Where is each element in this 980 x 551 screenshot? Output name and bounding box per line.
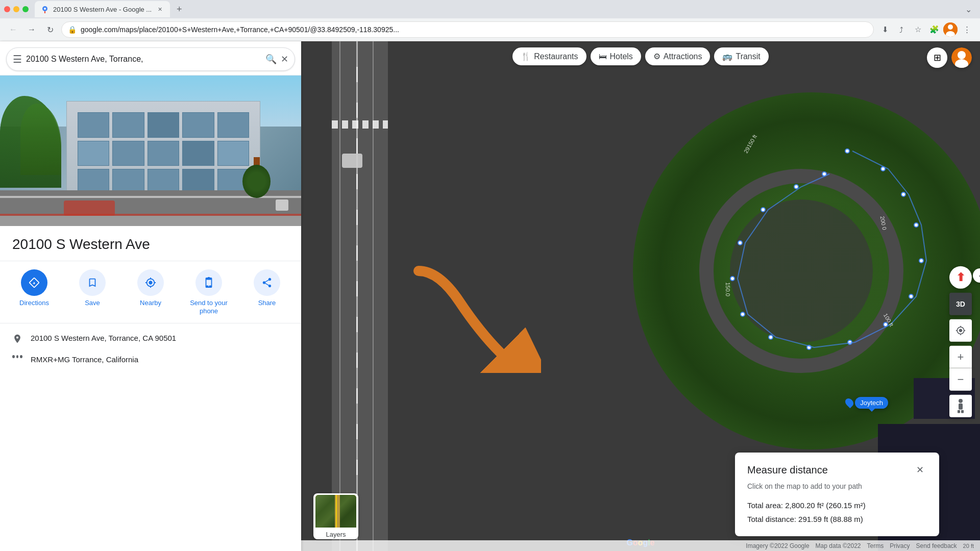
svg-rect-11	[959, 404, 963, 410]
total-area-label: Total area:	[747, 501, 783, 510]
new-tab-button[interactable]: +	[172, 2, 186, 16]
send-to-phone-button[interactable]: Send to your phone	[181, 269, 237, 315]
total-area-row: Total area: 2,800.20 ft² (260.15 m²)	[747, 498, 927, 512]
active-tab[interactable]: 20100 S Western Ave - Google ... ✕	[35, 1, 170, 17]
compass-arrow-icon: ⬆	[956, 271, 965, 284]
save-button[interactable]: Save	[64, 269, 120, 315]
zoom-out-button[interactable]: −	[949, 368, 972, 391]
share-icon-circle	[254, 269, 280, 296]
3d-button[interactable]: 3D	[949, 293, 972, 315]
window-minimize-button[interactable]	[13, 6, 19, 12]
bookmark-button[interactable]: ☆	[911, 22, 925, 37]
share-button[interactable]: Share	[239, 269, 295, 315]
imagery-credit: Imagery ©2022 Google	[746, 542, 809, 549]
street-view-image[interactable]	[0, 76, 301, 226]
svg-point-10	[959, 399, 963, 403]
hotels-filter-button[interactable]: 🛏 Hotels	[591, 47, 641, 65]
layers-button[interactable]: Layers	[313, 493, 358, 539]
send-to-phone-icon-circle	[195, 269, 222, 296]
svg-rect-12	[958, 410, 960, 413]
reload-button[interactable]: ↻	[43, 22, 57, 37]
privacy-link[interactable]: Privacy	[890, 542, 910, 549]
total-area-value: 2,800.20 ft² (260.15 m²)	[785, 501, 866, 510]
toolbar-actions: ⬇ ⤴ ☆ 🧩 ⋮	[878, 22, 974, 37]
grid-menu-button[interactable]: ⊞	[927, 47, 947, 68]
plus-code-row: RMXR+MG Torrance, California	[0, 349, 301, 370]
tab-favicon	[41, 5, 49, 13]
search-bar[interactable]: ☰ 20100 S Western Ave, Torrance, 🔍 ✕	[6, 47, 295, 71]
measure-popup-close-button[interactable]: ✕	[913, 463, 927, 477]
terms-link[interactable]: Terms	[867, 542, 884, 549]
directions-icon-circle	[21, 269, 47, 296]
location-button[interactable]	[949, 319, 972, 342]
tab-bar: 20100 S Western Ave - Google ... ✕ + ⌄	[0, 0, 980, 18]
map-filter-bar: 🍴 Restaurants 🛏 Hotels ⚙ Attractions 🚌 T…	[301, 47, 980, 65]
back-button[interactable]: ←	[6, 22, 20, 37]
joytech-map-marker[interactable]: Joytech	[855, 397, 888, 409]
svg-point-1	[44, 8, 46, 10]
compass-button[interactable]: ⬆	[949, 266, 972, 289]
tab-title: 20100 S Western Ave - Google ...	[53, 6, 152, 13]
profile-button[interactable]	[943, 22, 958, 37]
address-row: 20100 S Western Ave, Torrance, CA 90501	[0, 328, 301, 349]
zoom-controls: + −	[949, 346, 972, 391]
svg-point-4	[948, 24, 953, 30]
hamburger-menu-icon[interactable]: ☰	[13, 53, 22, 65]
clear-search-button[interactable]: ✕	[281, 54, 288, 65]
address-text: 20100 S Western Ave, Torrance, CA 90501	[31, 333, 176, 343]
transit-filter-label: Transit	[736, 52, 760, 61]
street-view-pegman-button[interactable]	[949, 395, 972, 417]
window-close-button[interactable]	[4, 6, 10, 12]
measure-distance-popup: Measure distance ✕ Click on the map to a…	[735, 453, 939, 536]
forward-button[interactable]: →	[24, 22, 39, 37]
place-info: 20100 S Western Ave	[0, 226, 301, 261]
send-to-phone-label: Send to your phone	[181, 299, 237, 315]
svg-point-8	[958, 51, 966, 59]
plus-code-icon	[12, 355, 22, 365]
map-area[interactable]: 29150 ft 200 0 150.0 100 ft Joytech	[301, 41, 980, 551]
total-distance-row: Total distance: 291.59 ft (88.88 m)	[747, 512, 927, 526]
map-data-credit: Map data ©2022	[816, 542, 861, 549]
transit-filter-button[interactable]: 🚌 Transit	[714, 47, 768, 65]
top-right-controls: ⊞	[927, 47, 972, 68]
total-distance-value: 291.59 ft (88.88 m)	[798, 515, 863, 523]
zoom-in-button[interactable]: +	[949, 346, 972, 368]
hotels-icon: 🛏	[599, 52, 607, 61]
directions-label: Directions	[19, 299, 49, 307]
restaurants-filter-button[interactable]: 🍴 Restaurants	[512, 47, 586, 65]
search-input[interactable]: 20100 S Western Ave, Torrance,	[26, 55, 261, 64]
tab-close-button[interactable]: ✕	[156, 5, 164, 13]
scale-label: 20 ft	[963, 543, 974, 549]
action-buttons-bar: Directions Save Nearby Send to your phon…	[0, 261, 301, 323]
browser-more-button[interactable]: ⋮	[960, 22, 974, 37]
window-maximize-button[interactable]	[22, 6, 29, 12]
hotels-filter-label: Hotels	[610, 52, 633, 61]
svg-rect-13	[961, 410, 964, 413]
layers-thumbnail	[315, 495, 356, 528]
address-section: 20100 S Western Ave, Torrance, CA 90501 …	[0, 323, 301, 374]
place-name: 20100 S Western Ave	[12, 236, 289, 253]
restaurants-icon: 🍴	[521, 52, 531, 61]
satellite-map[interactable]: 29150 ft 200 0 150.0 100 ft Joytech	[301, 41, 980, 551]
user-avatar[interactable]	[951, 47, 972, 68]
nearby-icon-circle	[137, 269, 164, 296]
measure-popup-data: Total area: 2,800.20 ft² (260.15 m²) Tot…	[747, 498, 927, 526]
browser-toolbar: ← → ↻ 🔒 google.com/maps/place/20100+S+We…	[0, 18, 980, 41]
download-button[interactable]: ⬇	[878, 22, 892, 37]
extensions-button[interactable]: 🧩	[927, 22, 941, 37]
search-icon[interactable]: 🔍	[265, 54, 277, 65]
nearby-button[interactable]: Nearby	[122, 269, 179, 315]
share-page-button[interactable]: ⤴	[894, 22, 909, 37]
map-footer: Imagery ©2022 Google Map data ©2022 Term…	[301, 540, 980, 551]
share-label: Share	[258, 299, 276, 307]
plus-code-text: RMXR+MG Torrance, California	[31, 354, 138, 365]
directions-button[interactable]: Directions	[6, 269, 62, 315]
total-distance-label: Total distance:	[747, 515, 796, 523]
measure-popup-header: Measure distance ✕	[747, 463, 927, 477]
feedback-link[interactable]: Send feedback	[916, 542, 957, 549]
attractions-filter-button[interactable]: ⚙ Attractions	[645, 47, 710, 65]
address-bar[interactable]: 🔒 google.com/maps/place/20100+S+Western+…	[61, 21, 874, 38]
layers-label: Layers	[326, 531, 346, 538]
lock-icon: 🔒	[68, 26, 77, 34]
browser-menu-icon[interactable]: ⌄	[965, 5, 972, 14]
